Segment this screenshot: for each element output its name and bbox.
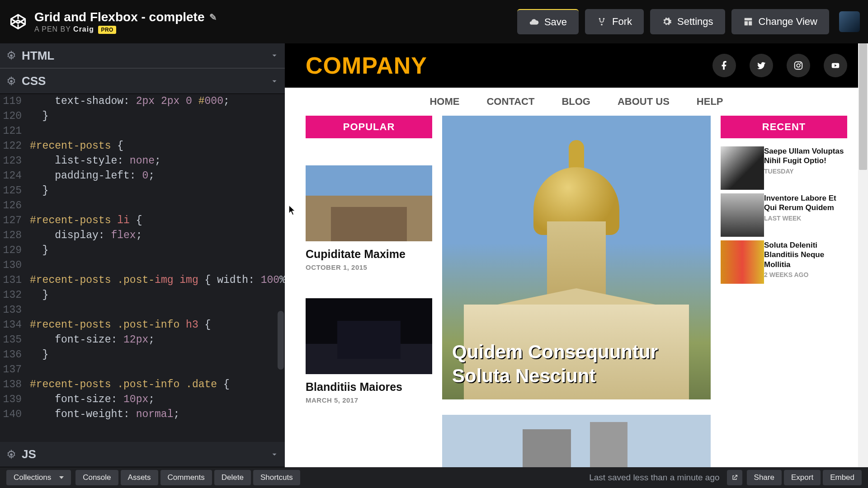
preview-scroll[interactable]: COMPANY HOMECONTACTBLOGABOUT USHELP POPU… (285, 43, 868, 467)
svg-point-0 (10, 54, 13, 57)
css-code-editor[interactable]: 1191201211221231241251261271281291301311… (0, 94, 285, 442)
recent-title: RECENT (721, 116, 847, 138)
bottom-bar: Collections Console Assets Comments Dele… (0, 467, 868, 488)
facebook-icon[interactable] (712, 54, 736, 77)
thumbnail (721, 193, 764, 237)
site-brand[interactable]: COMPANY (306, 52, 427, 79)
js-panel-label: JS (22, 447, 36, 461)
footer-left-buttons: Console Assets Comments Delete Shortcuts (75, 470, 300, 485)
nav-link[interactable]: HELP (697, 96, 723, 108)
social-links (712, 54, 847, 77)
settings-button[interactable]: Settings (650, 9, 725, 34)
chevron-down-icon[interactable] (270, 450, 278, 459)
instagram-icon[interactable] (787, 54, 810, 77)
site-header: COMPANY (285, 43, 868, 88)
save-button[interactable]: Save (517, 9, 579, 34)
recent-list: Saepe Ullam Voluptas Nihil Fugit Optio!T… (721, 146, 847, 284)
codepen-logo-icon[interactable] (8, 12, 28, 32)
assets-button[interactable]: Assets (121, 470, 158, 485)
thumbnail (306, 165, 432, 241)
popular-item[interactable]: Blanditiis MaioresMARCH 5, 2017 (306, 298, 432, 404)
change-view-button[interactable]: Change View (731, 9, 829, 34)
top-bar: Grid and Flexbox - complete ✎ A PEN BY C… (0, 0, 868, 43)
gear-icon[interactable] (6, 51, 16, 61)
popular-item[interactable]: Cupiditate MaximeOCTOBER 1, 2015 (306, 165, 432, 271)
console-button[interactable]: Console (75, 470, 118, 485)
layout-icon (743, 17, 753, 27)
secondary-article[interactable] (442, 415, 711, 467)
popular-item-date: OCTOBER 1, 2015 (306, 263, 432, 271)
fork-icon (597, 17, 607, 27)
html-panel-header[interactable]: HTML (0, 43, 285, 69)
cursor-icon (288, 205, 297, 216)
nav-link[interactable]: BLOG (561, 96, 590, 108)
editor-scrollbar[interactable] (278, 311, 284, 370)
user-avatar[interactable] (839, 11, 860, 32)
last-saved-message: Last saved less than a minute ago (589, 473, 719, 483)
recent-item-date: 2 WEEKS AGO (764, 271, 847, 278)
youtube-icon[interactable] (824, 54, 847, 77)
recent-item[interactable]: Saepe Ullam Voluptas Nihil Fugit Optio!T… (721, 146, 847, 190)
thumbnail (306, 298, 432, 374)
nav-link[interactable]: ABOUT US (618, 96, 670, 108)
recent-item[interactable]: Inventore Labore Et Qui Rerum QuidemLAST… (721, 193, 847, 237)
edit-title-icon[interactable]: ✎ (209, 12, 217, 23)
embed-button[interactable]: Embed (823, 470, 862, 485)
shortcuts-button[interactable]: Shortcuts (253, 470, 300, 485)
open-external-icon[interactable] (727, 470, 742, 485)
thumbnail (721, 240, 764, 284)
topbar-actions: Save Fork Settings Change View (517, 9, 860, 34)
recent-item-title: Soluta Deleniti Blanditiis Neque Molliti… (764, 240, 847, 269)
recent-item-date: TUESDAY (764, 168, 847, 175)
chevron-down-icon[interactable] (270, 52, 278, 60)
recent-column: RECENT Saepe Ullam Voluptas Nihil Fugit … (721, 116, 847, 467)
byline-prefix: A PEN BY (34, 25, 73, 33)
pro-badge: PRO (98, 26, 116, 34)
svg-point-2 (10, 453, 13, 456)
css-panel-header[interactable]: CSS (0, 69, 285, 94)
pen-byline: A PEN BY Craig PRO (34, 25, 517, 33)
twitter-icon[interactable] (750, 54, 773, 77)
popular-column: POPULAR Cupiditate MaximeOCTOBER 1, 2015… (306, 116, 432, 467)
code-lines[interactable]: text-shadow: 2px 2px 0 #000; }#recent-po… (30, 94, 285, 422)
js-panel-header[interactable]: JS (0, 442, 285, 467)
delete-button[interactable]: Delete (214, 470, 251, 485)
export-button[interactable]: Export (784, 470, 821, 485)
gear-icon[interactable] (6, 76, 16, 86)
site-grid: POPULAR Cupiditate MaximeOCTOBER 1, 2015… (285, 116, 868, 467)
gear-icon (662, 17, 672, 27)
settings-label: Settings (677, 16, 713, 28)
fork-button[interactable]: Fork (585, 9, 644, 34)
fork-label: Fork (612, 16, 632, 28)
recent-info: Soluta Deleniti Blanditiis Neque Molliti… (764, 240, 847, 284)
change-view-label: Change View (759, 16, 817, 28)
save-label: Save (544, 16, 567, 28)
popular-item-date: MARCH 5, 2017 (306, 396, 432, 404)
author-link[interactable]: Craig (73, 25, 94, 33)
svg-point-1 (10, 80, 13, 83)
comments-button[interactable]: Comments (160, 470, 212, 485)
popular-item-title: Blanditiis Maiores (306, 380, 432, 394)
site-nav: HOMECONTACTBLOGABOUT USHELP (285, 88, 868, 116)
hero-article[interactable]: Quidem Consequuntur Soluta Nesciunt (442, 116, 711, 399)
preview-scrollbar-track[interactable] (858, 43, 868, 467)
gear-icon[interactable] (6, 450, 16, 460)
svg-point-4 (797, 64, 800, 67)
pen-title[interactable]: Grid and Flexbox - complete (34, 10, 205, 24)
cloud-icon (529, 17, 539, 27)
nav-link[interactable]: CONTACT (486, 96, 534, 108)
hero-title-line1: Quidem Consequuntur (452, 341, 658, 362)
nav-link[interactable]: HOME (429, 96, 459, 108)
preview-pane: COMPANY HOMECONTACTBLOGABOUT USHELP POPU… (285, 43, 868, 467)
recent-item-date: LAST WEEK (764, 215, 847, 222)
share-button[interactable]: Share (747, 470, 782, 485)
recent-item[interactable]: Soluta Deleniti Blanditiis Neque Molliti… (721, 240, 847, 284)
popular-item-title: Cupiditate Maxime (306, 248, 432, 261)
preview-scrollbar-thumb[interactable] (859, 43, 867, 170)
svg-point-5 (800, 63, 801, 64)
chevron-down-icon[interactable] (270, 77, 278, 85)
editor-column: HTML CSS 1191201211221231241251261271281… (0, 43, 285, 467)
popular-list: Cupiditate MaximeOCTOBER 1, 2015Blanditi… (306, 165, 432, 404)
collections-dropdown[interactable]: Collections (6, 470, 71, 485)
css-panel-label: CSS (22, 74, 46, 88)
